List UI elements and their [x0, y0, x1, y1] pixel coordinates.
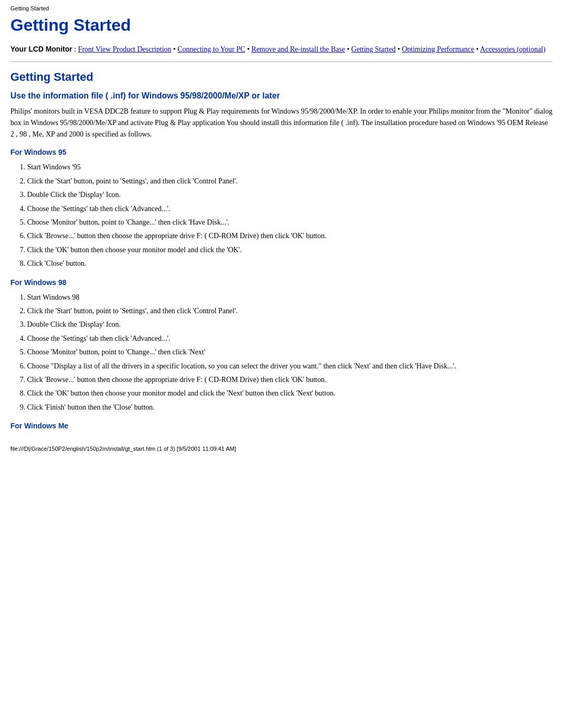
list-item: Start Windows 98: [27, 292, 553, 303]
list-item: Click 'Finish' button then the 'Close' b…: [27, 402, 553, 413]
nav-link-getting-started[interactable]: Getting Started: [351, 45, 396, 53]
subsection-heading: Use the information file ( .inf) for Win…: [10, 91, 553, 101]
list-item: Click 'Browse...' button then choose the…: [27, 230, 553, 242]
windows-98-title: For Windows 98: [10, 278, 553, 287]
list-item: Click 'Close' button.: [27, 258, 553, 269]
nav-section: Your LCD Monitor : Front View Product De…: [10, 43, 553, 55]
list-item: Choose "Display a list of all the driver…: [27, 361, 553, 372]
page-title: Getting Started: [10, 16, 553, 35]
list-item: Click 'Browse...' button then choose the…: [27, 374, 553, 386]
list-item: Start Windows '95: [27, 162, 553, 173]
windows-95-steps: Start Windows '95 Click the 'Start' butt…: [27, 162, 553, 269]
list-item: Choose the 'Settings' tab then click 'Ad…: [27, 333, 553, 344]
windows-95-title: For Windows 95: [10, 148, 553, 156]
windows-me-section: For Windows Me: [10, 422, 553, 430]
list-item: Double Click the 'Display' Icon.: [27, 189, 553, 201]
section-heading: Getting Started: [10, 70, 553, 84]
intro-paragraph: Philips' monitors built in VESA DDC2B fe…: [10, 106, 553, 140]
nav-link-connecting[interactable]: Connecting to Your PC: [177, 45, 245, 53]
windows-98-steps: Start Windows 98 Click the 'Start' butto…: [27, 292, 553, 414]
windows-98-section: For Windows 98 Start Windows 98 Click th…: [10, 278, 553, 414]
divider: [10, 61, 553, 62]
nav-link-front-view[interactable]: Front View Product Description: [78, 45, 172, 53]
nav-label: Your LCD Monitor: [10, 45, 72, 53]
nav-separator: :: [74, 45, 78, 53]
footer-bar: file:///D|/Grace/150P2/english/150p2m/in…: [10, 446, 553, 452]
windows-me-title: For Windows Me: [10, 422, 553, 430]
list-item: Click the 'Start' button, point to 'Sett…: [27, 176, 553, 187]
list-item: Click the 'Start' button, point to 'Sett…: [27, 305, 553, 317]
list-item: Double Click the 'Display' Icon.: [27, 319, 553, 330]
nav-link-accessories[interactable]: Accessories (optional): [480, 45, 546, 53]
list-item: Choose 'Monitor' button, point to 'Chang…: [27, 217, 553, 228]
nav-link-remove[interactable]: Remove and Re-install the Base: [251, 45, 345, 53]
windows-95-section: For Windows 95 Start Windows '95 Click t…: [10, 148, 553, 269]
list-item: Choose the 'Settings' tab then click 'Ad…: [27, 203, 553, 215]
nav-link-optimizing[interactable]: Optimizing Performance: [402, 45, 474, 53]
list-item: Click the 'OK' button then choose your m…: [27, 244, 553, 256]
list-item: Click the 'OK' button then choose your m…: [27, 388, 553, 399]
browser-status-bar: Getting Started: [10, 5, 553, 11]
list-item: Choose 'Monitor' button, point to 'Chang…: [27, 347, 553, 358]
